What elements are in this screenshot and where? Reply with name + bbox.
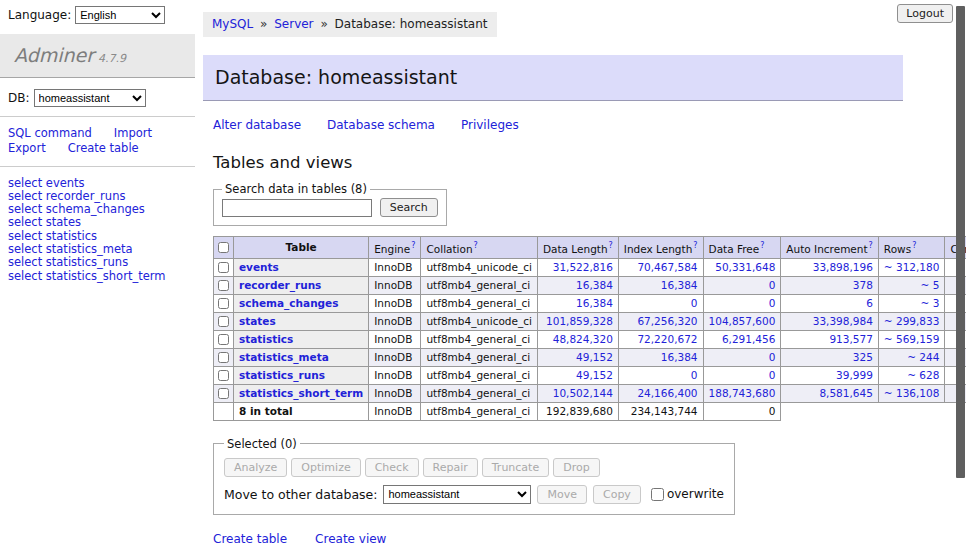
index-length-link[interactable]: 72,220,672 — [637, 333, 697, 345]
breadcrumb-mysql-link[interactable]: MySQL — [212, 17, 253, 31]
vertical-scrollbar[interactable] — [956, 6, 965, 478]
check-button[interactable]: Check — [365, 458, 419, 477]
index-length-link[interactable]: 24,166,400 — [637, 387, 697, 399]
sidebar-select-statistics[interactable]: select statistics — [8, 230, 187, 243]
rows-link[interactable]: ~ 5 — [921, 279, 940, 291]
link-create-view[interactable]: Create view — [315, 532, 386, 543]
data-free-link[interactable]: 0 — [769, 297, 776, 309]
rows-link[interactable]: ~ 569,159 — [884, 333, 940, 345]
link-privileges[interactable]: Privileges — [461, 118, 519, 132]
rows-link[interactable]: ~ 136,108 — [884, 387, 940, 399]
move-button[interactable]: Move — [537, 485, 587, 504]
data-length-link[interactable]: 49,152 — [576, 369, 613, 381]
index-length-link[interactable]: 70,467,584 — [637, 261, 697, 273]
rows-link[interactable]: ~ 244 — [907, 351, 939, 363]
data-free-link[interactable]: 0 — [769, 279, 776, 291]
help-link[interactable]: ? — [760, 241, 764, 250]
auto-increment-link[interactable]: 913,577 — [829, 333, 872, 345]
data-length-link[interactable]: 31,522,816 — [553, 261, 613, 273]
sidebar-select-states[interactable]: select states — [8, 216, 187, 229]
table-name-link[interactable]: states — [239, 315, 276, 327]
auto-increment-link[interactable]: 39,999 — [836, 369, 873, 381]
data-length-link[interactable]: 48,824,320 — [553, 333, 613, 345]
index-length-link[interactable]: 0 — [691, 297, 698, 309]
row-checkbox[interactable] — [218, 334, 229, 345]
link-database-schema[interactable]: Database schema — [327, 118, 435, 132]
rows-link[interactable]: ~ 312,180 — [884, 261, 940, 273]
auto-increment-link[interactable]: 33,398,984 — [813, 315, 873, 327]
data-length-link[interactable]: 16,384 — [576, 279, 613, 291]
auto-increment-link[interactable]: 378 — [853, 279, 873, 291]
table-name-link[interactable]: statistics_meta — [239, 351, 329, 363]
logout-button[interactable]: Logout — [897, 4, 953, 23]
table-name-link[interactable]: statistics_short_term — [239, 387, 363, 399]
data-free-link[interactable]: 0 — [769, 351, 776, 363]
data-free-link[interactable]: 0 — [769, 369, 776, 381]
index-length-link[interactable]: 16,384 — [661, 351, 698, 363]
help-link[interactable]: ? — [869, 241, 873, 250]
row-checkbox[interactable] — [218, 316, 229, 327]
data-free-link[interactable]: 50,331,648 — [715, 261, 775, 273]
breadcrumb-server-link[interactable]: Server — [274, 17, 313, 31]
help-link[interactable]: ? — [693, 241, 697, 250]
rows-link[interactable]: ~ 3 — [921, 297, 940, 309]
data-length-link[interactable]: 49,152 — [576, 351, 613, 363]
link-create-table[interactable]: Create table — [213, 532, 287, 543]
row-checkbox[interactable] — [218, 388, 229, 399]
index-length-link[interactable]: 0 — [691, 369, 698, 381]
search-button[interactable]: Search — [380, 198, 438, 217]
data-length-link[interactable]: 101,859,328 — [546, 315, 613, 327]
data-length-link[interactable]: 16,384 — [576, 297, 613, 309]
truncate-button[interactable]: Truncate — [482, 458, 549, 477]
db-select[interactable]: homeassistant — [34, 89, 146, 107]
index-length-link[interactable]: 67,256,320 — [637, 315, 697, 327]
row-checkbox[interactable] — [218, 280, 229, 291]
row-checkbox[interactable] — [218, 352, 229, 363]
table-name-link[interactable]: schema_changes — [239, 297, 339, 309]
move-db-select[interactable]: homeassistant — [383, 485, 531, 504]
auto-increment-link[interactable]: 33,898,196 — [813, 261, 873, 273]
link-alter-database[interactable]: Alter database — [213, 118, 301, 132]
help-link[interactable]: ? — [411, 241, 415, 250]
sidebar-select-schema-changes[interactable]: select schema_changes — [8, 203, 187, 216]
language-select[interactable]: English — [75, 6, 165, 24]
auto-increment-link[interactable]: 325 — [853, 351, 873, 363]
sidebar-select-statistics-runs[interactable]: select statistics_runs — [8, 256, 187, 269]
sidebar-select-events[interactable]: select events — [8, 177, 187, 190]
help-link[interactable]: ? — [474, 241, 478, 250]
auto-increment-link[interactable]: 8,581,645 — [819, 387, 872, 399]
repair-button[interactable]: Repair — [423, 458, 478, 477]
sidebar-select-recorder-runs[interactable]: select recorder_runs — [8, 190, 187, 203]
help-link[interactable]: ? — [609, 241, 613, 250]
sidebar-link-import[interactable]: Import — [114, 126, 152, 140]
sidebar-select-statistics-short-term[interactable]: select statistics_short_term — [8, 270, 187, 283]
drop-button[interactable]: Drop — [553, 458, 599, 477]
rows-link[interactable]: ~ 628 — [907, 369, 939, 381]
sidebar-link-export[interactable]: Export — [8, 141, 46, 155]
table-name-link[interactable]: recorder_runs — [239, 279, 321, 291]
copy-button[interactable]: Copy — [593, 485, 641, 504]
search-input[interactable] — [222, 199, 372, 217]
select-all-checkbox[interactable] — [218, 242, 229, 253]
row-checkbox[interactable] — [218, 298, 229, 309]
analyze-button[interactable]: Analyze — [224, 458, 287, 477]
table-name-link[interactable]: events — [239, 261, 279, 273]
overwrite-checkbox[interactable] — [651, 488, 664, 501]
data-free-link[interactable]: 188,743,680 — [709, 387, 776, 399]
row-checkbox[interactable] — [218, 370, 229, 381]
table-name-link[interactable]: statistics_runs — [239, 369, 325, 381]
auto-increment-link[interactable]: 6 — [866, 297, 873, 309]
data-free-link[interactable]: 6,291,456 — [722, 333, 775, 345]
adminer-logo-link[interactable]: Adminer — [14, 44, 94, 66]
optimize-button[interactable]: Optimize — [291, 458, 360, 477]
help-link[interactable]: ? — [912, 241, 916, 250]
data-free-link[interactable]: 104,857,600 — [709, 315, 776, 327]
data-length-link[interactable]: 10,502,144 — [553, 387, 613, 399]
rows-link[interactable]: ~ 299,833 — [884, 315, 940, 327]
row-checkbox[interactable] — [218, 262, 229, 273]
sidebar-select-statistics-meta[interactable]: select statistics_meta — [8, 243, 187, 256]
index-length-link[interactable]: 16,384 — [661, 279, 698, 291]
table-name-link[interactable]: statistics — [239, 333, 293, 345]
sidebar-link-create-table[interactable]: Create table — [68, 141, 139, 155]
sidebar-link-sql-command[interactable]: SQL command — [8, 126, 92, 140]
